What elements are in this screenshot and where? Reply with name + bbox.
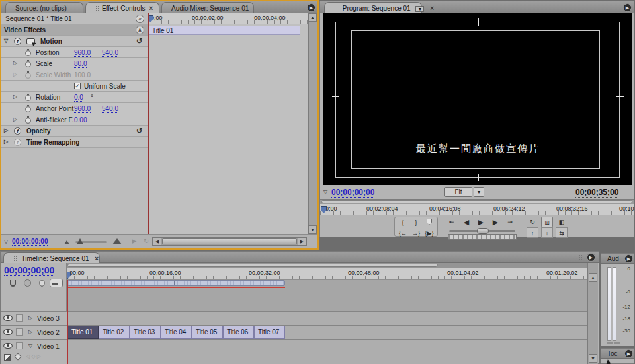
ec-zoom-slider[interactable] [75, 241, 107, 243]
tab-program[interactable]: Program: Sequence 01 ▼ × [324, 2, 422, 13]
set-marker-icon[interactable] [423, 217, 435, 228]
close-icon[interactable]: × [430, 5, 434, 12]
scrollbar-thumb[interactable] [162, 238, 297, 244]
toggle-track-lock-icon[interactable] [16, 314, 23, 322]
ec-cti-line[interactable] [148, 13, 149, 234]
clip-title-01[interactable]: Title 01 [67, 326, 99, 339]
show-hide-effects-icon[interactable]: » [136, 15, 144, 23]
scroll-right-icon[interactable]: ▶ [298, 237, 306, 246]
fx-disabled-icon[interactable]: f [14, 139, 21, 146]
clip-title-07[interactable]: Title 07 [254, 326, 285, 339]
timeline-display-toggle[interactable] [50, 279, 63, 287]
twirl-closed-icon[interactable]: ▷ [13, 116, 17, 122]
fx-enabled-icon[interactable]: f [14, 38, 21, 45]
scroll-down-icon[interactable]: ▼ [308, 225, 317, 234]
timeline-timecode[interactable]: 00;00;00;00 [4, 265, 54, 276]
trim-button[interactable]: ⇆ [556, 227, 568, 238]
go-to-out-button[interactable]: →} [410, 228, 422, 238]
zoom-level-dropdown-icon[interactable]: ▼ [474, 187, 484, 197]
panel-menu-icon[interactable]: ▶ [587, 253, 595, 262]
set-encore-chapter-marker-icon[interactable] [24, 279, 31, 287]
twirl-closed-icon[interactable]: ▷ [13, 60, 17, 66]
twirl-closed-icon[interactable]: ▷ [28, 329, 32, 335]
timeline-vertical-scrollbar[interactable]: ▲ ▼ [587, 263, 598, 364]
twirl-open-icon[interactable]: ▽ [28, 343, 32, 349]
stopwatch-icon[interactable] [25, 61, 31, 67]
output-button[interactable]: ◧ [556, 217, 568, 227]
timeline-view-scrollbar[interactable] [67, 263, 588, 268]
close-icon[interactable]: × [149, 5, 153, 12]
stopwatch-icon[interactable] [25, 50, 31, 56]
set-out-point-button[interactable]: } [410, 217, 422, 228]
program-timecode[interactable]: 00;00;00;00 [331, 188, 374, 198]
safe-margins-button[interactable]: ⊞ [541, 217, 553, 227]
clip-title-02[interactable]: Title 02 [99, 326, 130, 339]
stopwatch-icon[interactable] [25, 118, 31, 124]
keyframe-nav-icons[interactable]: ◁ ◇ ▷ [26, 353, 41, 359]
twirl-closed-icon[interactable]: ▷ [4, 127, 8, 133]
tab-grip[interactable] [334, 5, 339, 11]
reset-effect-icon[interactable]: ↺ [136, 37, 142, 46]
panel-menu-icon[interactable]: ▶ [623, 3, 632, 12]
timeline-ruler[interactable]: 00;00 00;00;16;00 00;00;32;00 00;00;48;0… [67, 268, 588, 280]
play-in-to-out-button[interactable]: {▶} [423, 228, 435, 238]
toggle-track-output-icon[interactable] [3, 343, 13, 349]
toggle-track-output-icon[interactable] [3, 315, 13, 321]
set-in-point-button[interactable]: { [397, 217, 409, 228]
clip-title-06[interactable]: Title 06 [223, 326, 254, 339]
toggle-track-lock-icon[interactable] [16, 328, 23, 336]
scroll-up-icon[interactable]: ▲ [589, 273, 597, 282]
zoom-slider-thumb[interactable] [77, 238, 83, 244]
ec-vertical-scrollbar[interactable]: ▲ ▼ [308, 13, 317, 234]
lift-button[interactable]: ↑ [527, 227, 538, 238]
toggle-track-lock-icon[interactable] [16, 342, 23, 349]
play-button[interactable]: ▶ [475, 217, 487, 227]
anti-flicker-value[interactable]: 0.00 [74, 116, 87, 124]
go-to-next-edit-button[interactable]: ⇥ [504, 217, 516, 227]
scroll-down-icon[interactable]: ▼ [589, 354, 597, 363]
rotation-value[interactable]: 0.0 [74, 94, 83, 102]
view-scroll-thumb[interactable] [67, 264, 438, 267]
twirl-closed-icon[interactable]: ▷ [4, 139, 8, 145]
video3-track[interactable] [67, 311, 588, 325]
snap-toggle-icon[interactable] [10, 280, 16, 287]
scroll-up-icon[interactable]: ▲ [308, 13, 317, 22]
jog-disk[interactable] [448, 234, 517, 240]
anchor-y-value[interactable]: 540.0 [102, 105, 118, 113]
step-forward-button[interactable]: ▶ [489, 217, 501, 227]
timeline-cti-line[interactable] [67, 280, 68, 364]
tab-grip[interactable] [602, 351, 607, 357]
loop-button[interactable]: ↻ [527, 217, 538, 227]
set-unnumbered-marker-icon[interactable] [38, 279, 46, 287]
clip-title-04[interactable]: Title 04 [161, 326, 192, 339]
anchor-x-value[interactable]: 960.0 [74, 105, 91, 113]
close-icon[interactable]: × [95, 255, 99, 262]
tab-grip[interactable] [13, 256, 18, 262]
panel-menu-icon[interactable]: ▶ [307, 3, 316, 12]
go-to-previous-edit-button[interactable]: ⇤ [446, 217, 458, 227]
ec-timecode[interactable]: 00:00:00:00 [12, 238, 48, 246]
shuttle-thumb[interactable] [477, 228, 489, 234]
twirl-open-icon[interactable]: ▽ [4, 38, 8, 44]
reset-effect-icon[interactable]: ↺ [136, 127, 142, 135]
solo-right-button[interactable] [614, 342, 620, 344]
extract-button[interactable]: ↓ [541, 227, 553, 238]
view-scroll-thumb[interactable] [321, 200, 632, 203]
clip-title-05[interactable]: Title 05 [192, 326, 223, 339]
selection-tool-icon[interactable] [605, 359, 611, 364]
clip-title-03[interactable]: Title 03 [130, 326, 161, 339]
keyframe-toggle-icon[interactable] [14, 353, 21, 360]
zoom-in-icon[interactable] [112, 238, 122, 244]
program-view-scrollbar[interactable] [320, 199, 634, 204]
program-ruler[interactable]: 0;00 00;02;08;04 00;04;16;08 00;06;24;12… [320, 204, 634, 215]
tab-effect-controls[interactable]: Effect Controls× [85, 2, 159, 13]
collapse-section-icon[interactable]: ∧ [136, 26, 144, 34]
twirl-closed-icon[interactable]: ▷ [13, 71, 17, 77]
scroll-left-icon[interactable]: ◀ [153, 237, 161, 246]
panel-menu-icon[interactable]: ▶ [624, 349, 633, 358]
tab-grip[interactable] [95, 5, 100, 11]
tab-source[interactable]: Source: (no clips) [5, 2, 83, 13]
twirl-open-icon[interactable]: ▽ [323, 189, 327, 195]
zoom-level-select[interactable]: Fit [444, 187, 472, 197]
ec-clip-bar[interactable]: Title 01 [148, 26, 300, 35]
